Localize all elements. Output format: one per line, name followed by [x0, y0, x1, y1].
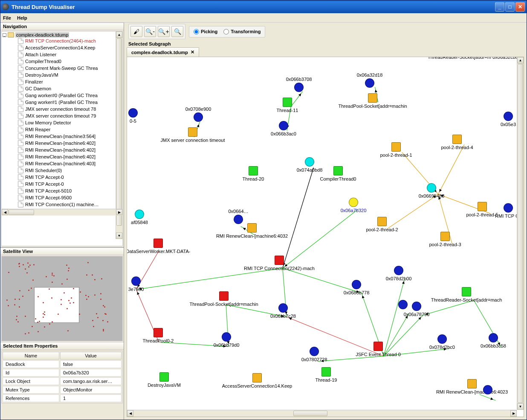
zoom-in-button[interactable]: 🔍+	[158, 26, 170, 37]
scroll-right-icon[interactable]: ▶	[116, 209, 122, 215]
tree-item[interactable]: RMI Scheduler(0)	[3, 167, 122, 174]
graph-node[interactable]	[440, 232, 450, 241]
graph-node[interactable]	[188, 127, 197, 137]
graph-node[interactable]	[294, 83, 304, 92]
tree-item[interactable]: RMI TCP Accept-9500	[3, 194, 122, 201]
satellite-view[interactable]	[1, 256, 123, 341]
graph-node[interactable]	[234, 215, 243, 224]
graph-node[interactable]	[374, 342, 383, 351]
properties-header-name[interactable]: Name	[3, 352, 59, 360]
graph-node[interactable]	[467, 379, 477, 388]
graph-node[interactable]	[153, 328, 163, 337]
table-row[interactable]: Lock Objectcom.tango.ax.risk.ser…	[3, 377, 122, 385]
minimize-button[interactable]: _	[495, 2, 504, 12]
table-row[interactable]: Mutex TypeObjectMonitor	[3, 386, 122, 394]
menu-help[interactable]: Help	[17, 15, 27, 20]
graph-node[interactable]	[283, 98, 292, 107]
table-row[interactable]: Id0x06a7b320	[3, 369, 122, 377]
graph-node[interactable]	[377, 217, 387, 226]
tree-item[interactable]: RMI TCP Connection(1) machine…	[3, 201, 122, 208]
graph-node[interactable]	[352, 280, 361, 289]
brush-button[interactable]: 🖌	[130, 26, 142, 37]
tree-item[interactable]: Gang worker#1 (Parallel GC Threa	[3, 99, 122, 106]
tree-item[interactable]: RMI RenewClean-[machine6:402]	[3, 147, 122, 153]
graph-node[interactable]	[153, 239, 163, 248]
graph-node[interactable]	[222, 332, 231, 342]
tree-item[interactable]: GC Daemon	[3, 85, 122, 92]
titlebar[interactable]: Thread Dump Visualiser _ □ ✕	[0, 0, 527, 13]
tree-item[interactable]: RMI RenewClean-[machine6:402]	[3, 153, 122, 160]
graph-node[interactable]	[279, 121, 288, 130]
tree-item[interactable]: RMI RenewClean-[machine3:564]	[3, 133, 122, 140]
graph-node[interactable]	[305, 157, 314, 167]
scroll-thumb[interactable]	[293, 411, 327, 416]
graph-node[interactable]	[478, 202, 487, 211]
tree-item[interactable]: JMX server connection timeout 79	[3, 112, 122, 119]
scroll-down-icon[interactable]: ▼	[116, 233, 122, 239]
scroll-up-icon[interactable]: ▲	[517, 57, 524, 63]
satellite-viewport[interactable]	[34, 287, 79, 323]
nav-vertical-scrollbar[interactable]: ▲ ▼	[116, 32, 122, 239]
tree-item[interactable]: RMI TCP Connection(2464)-mach	[3, 37, 122, 44]
close-button[interactable]: ✕	[515, 2, 525, 12]
tree-item[interactable]: RMI TCP Accept-5010	[3, 187, 122, 194]
tab-close-icon[interactable]: ✕	[191, 49, 194, 55]
tree-item[interactable]: Low Memory Detector	[3, 119, 122, 126]
graph-node[interactable]	[483, 385, 492, 394]
graph-node[interactable]	[128, 108, 138, 118]
transforming-radio[interactable]: Transforming	[223, 29, 261, 35]
graph-node[interactable]	[394, 266, 403, 275]
scroll-up-icon[interactable]: ▲	[116, 32, 122, 38]
tree-item[interactable]: Gang worker#0 (Parallel GC Threa	[3, 92, 122, 99]
properties-header-value[interactable]: Value	[60, 352, 122, 360]
graph-node[interactable]	[349, 198, 358, 207]
graph-node[interactable]	[321, 367, 331, 377]
scroll-right-icon[interactable]: ▶	[510, 410, 517, 417]
maximize-button[interactable]: □	[505, 2, 515, 12]
tree-item[interactable]: Concurrent Mark-Sweep GC Threa	[3, 65, 122, 72]
tree-item[interactable]: RMI TCP Accept-0	[3, 181, 122, 187]
graph-node[interactable]	[194, 112, 203, 122]
graph-node[interactable]	[333, 166, 343, 175]
zoom-out-button[interactable]: 🔍-	[144, 26, 156, 37]
scroll-thumb[interactable]	[116, 38, 122, 226]
graph-node[interactable]	[398, 300, 408, 309]
graph-node[interactable]	[504, 112, 513, 121]
scroll-down-icon[interactable]: ▼	[517, 403, 524, 410]
menu-file[interactable]: File	[3, 15, 11, 20]
graph-node[interactable]	[135, 210, 144, 219]
graph-node[interactable]	[489, 333, 498, 342]
tree-item[interactable]: RMI RenewClean-[machine6:402]	[3, 140, 122, 147]
graph-canvas[interactable]: 0x066b3708Thread-110x066b3ac00x06a32d18T…	[127, 57, 524, 417]
tree-root-label[interactable]: complex-deadlock.tdump	[15, 32, 69, 37]
tree-item[interactable]: AccessServerConnection14.Keep	[3, 44, 122, 51]
scroll-thumb[interactable]	[9, 210, 34, 215]
zoom-fit-button[interactable]: 🔍	[171, 26, 183, 37]
tree-item[interactable]: RMI Reaper	[3, 126, 122, 133]
graph-node[interactable]	[249, 166, 258, 175]
graph-node[interactable]	[504, 203, 513, 213]
tree-toggle-icon[interactable]: ⎯	[3, 33, 6, 37]
tab-dump[interactable]: complex-deadlock.tdump ✕	[127, 47, 199, 57]
graph-vertical-scrollbar[interactable]: ▲ ▼	[517, 57, 524, 410]
tree-item[interactable]: JMX server connection timeout 78	[3, 106, 122, 112]
tree-item[interactable]: Finalizer	[3, 78, 122, 85]
tree-item[interactable]: DestroyJavaVM	[3, 72, 122, 78]
tree-item[interactable]: RMI TCP Accept-0	[3, 174, 122, 181]
graph-node[interactable]	[427, 183, 436, 193]
graph-node[interactable]	[275, 256, 284, 265]
graph-node[interactable]	[437, 334, 447, 344]
graph-node[interactable]	[278, 303, 288, 313]
navigation-tree[interactable]: ⎯ complex-deadlock.tdump RMI TCP Connect…	[1, 31, 123, 246]
scroll-left-icon[interactable]: ◀	[2, 209, 8, 215]
graph-node[interactable]	[252, 373, 262, 383]
nav-horizontal-scrollbar[interactable]: ◀ ▶	[2, 209, 122, 216]
graph-node[interactable]	[412, 302, 421, 311]
graph-node[interactable]	[391, 142, 401, 152]
graph-node[interactable]	[462, 287, 471, 296]
graph-node[interactable]	[310, 347, 319, 356]
graph-node[interactable]	[365, 78, 374, 88]
table-row[interactable]: References1	[3, 394, 122, 402]
graph-node[interactable]	[219, 291, 229, 301]
graph-horizontal-scrollbar[interactable]: ◀ ▶	[127, 410, 517, 417]
